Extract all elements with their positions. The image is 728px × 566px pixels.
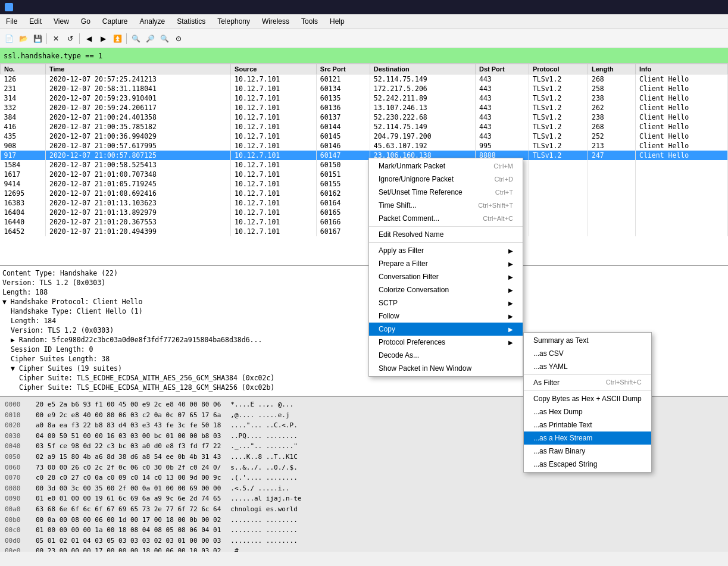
table-row[interactable]: 3842020-12-07 21:00:24.40135810.12.7.101… (1, 112, 728, 122)
table-row[interactable]: 126952020-12-07 21:01:08.69241610.12.7.1… (1, 189, 728, 198)
hex-ascii: ....K..8 ..T..K1C (230, 452, 298, 462)
packet-list[interactable]: No. Time Source Src Port Destination Dst… (0, 64, 728, 266)
menu-item-capture[interactable]: Capture (96, 15, 134, 27)
detail-line[interactable]: Length: 188 (2, 287, 726, 297)
context-menu-item-apply-as-filter[interactable]: Apply as Filter ▶ (369, 244, 523, 257)
toolbar-save[interactable]: 💾 (31, 32, 44, 45)
hex-offset: 00a0 (5, 504, 26, 515)
context-menu-item-decode-as-[interactable]: Decode As... (369, 349, 523, 362)
submenu-item--as-a-hex-stream[interactable]: ...as a Hex Stream (524, 431, 651, 445)
toolbar-reload[interactable]: ↺ (64, 32, 77, 45)
detail-line[interactable]: Content Type: Handshake (22) (2, 268, 726, 278)
menu-item-file[interactable]: File (0, 15, 23, 27)
hex-offset: 0080 (5, 483, 26, 494)
submenu-item--as-printable-text[interactable]: ...as Printable Text (524, 418, 651, 431)
menu-item-view[interactable]: View (48, 15, 75, 27)
hex-row: 00e000 23 00 00 00 17 00 00 00 18 00 06 … (5, 546, 723, 552)
context-menu-item-sctp[interactable]: SCTP ▶ (369, 296, 523, 309)
hex-bytes: 03 5f ce 98 0d 22 c3 bc 03 a0 d0 e8 f3 f… (36, 441, 221, 452)
menu-item-go[interactable]: Go (75, 15, 96, 27)
submenu-arrow-icon: ▶ (508, 339, 513, 346)
menu-item-help[interactable]: Help (324, 15, 351, 27)
menu-item-edit[interactable]: Edit (23, 15, 48, 27)
toolbar-zoom-in[interactable]: 🔎 (143, 32, 157, 45)
detail-line[interactable]: ▼ Handshake Protocol: Client Hello (2, 297, 726, 307)
submenu-item--as-escaped-string[interactable]: ...as Escaped String (524, 458, 651, 471)
context-menu-item-set-unset-time-reference[interactable]: Set/Unset Time ReferenceCtrl+T (369, 186, 523, 199)
table-row[interactable]: 163832020-12-07 21:01:13.10362310.12.7.1… (1, 198, 728, 208)
menu-item-analyze[interactable]: Analyze (134, 15, 171, 27)
table-row[interactable]: 3142020-12-07 20:59:23.91040110.12.7.101… (1, 93, 728, 103)
context-menu-item-prepare-a-filter[interactable]: Prepare a Filter ▶ (369, 257, 523, 270)
hex-bytes: c0 28 c0 27 c0 0a c0 09 c0 14 c0 13 00 9… (36, 473, 221, 483)
toolbar-open[interactable]: 📂 (17, 32, 30, 45)
toolbar-find[interactable]: 🔍 (129, 32, 142, 45)
hex-offset: 0030 (5, 431, 26, 442)
toolbar-zoom-out[interactable]: 🔍 (158, 32, 171, 45)
submenu-item--as-yaml[interactable]: ...as YAML (524, 360, 651, 373)
hex-row: 00b000 0a 00 08 00 06 00 1d 00 17 00 18 … (5, 515, 723, 526)
toolbar-zoom-reset[interactable]: ⊙ (172, 32, 185, 45)
table-row[interactable]: 164402020-12-07 21:01:20.36755310.12.7.1… (1, 217, 728, 227)
toolbar-new[interactable]: 📄 (2, 32, 15, 45)
context-menu-item-packet-comment-[interactable]: Packet Comment...Ctrl+Alt+C (369, 212, 523, 225)
submenu-item-copy-bytes-as-hex-ascii-dump[interactable]: Copy Bytes as Hex + ASCII Dump (524, 392, 651, 405)
toolbar-goto[interactable]: ⏫ (111, 32, 124, 45)
table-row[interactable]: 16172020-12-07 21:01:00.70734810.12.7.10… (1, 170, 728, 179)
hex-offset: 0020 (5, 420, 26, 431)
context-menu-item-mark-unmark-packet[interactable]: Mark/Unmark PacketCtrl+M (369, 160, 523, 173)
menu-bar: FileEditViewGoCaptureAnalyzeStatisticsTe… (0, 14, 728, 29)
context-menu-item-follow[interactable]: Follow ▶ (369, 309, 523, 323)
submenu-item-as-filter[interactable]: As FilterCtrl+Shift+C (524, 376, 651, 389)
menu-item-telephony[interactable]: Telephony (211, 15, 256, 27)
context-menu-item-colorize-conversation[interactable]: Colorize Conversation ▶ (369, 283, 523, 296)
hex-row: 00a063 68 6e 6f 6c 6f 67 69 65 73 2e 77 … (5, 504, 723, 515)
table-row[interactable]: 94142020-12-07 21:01:05.71924510.12.7.10… (1, 179, 728, 189)
detail-line[interactable]: Handshake Type: Client Hello (1) (2, 307, 726, 316)
title-bar (0, 0, 728, 14)
detail-line[interactable]: Version: TLS 1.2 (0x0303) (2, 278, 726, 287)
hex-offset: 0060 (5, 462, 26, 473)
submenu-item-label: ...as Hex Dump (533, 408, 583, 416)
table-row[interactable]: 9172020-12-07 21:00:57.80712510.12.7.101… (1, 151, 728, 160)
detail-line[interactable]: Length: 184 (2, 316, 726, 326)
submenu-item--as-raw-binary[interactable]: ...as Raw Binary (524, 445, 651, 458)
hex-ascii: ...."... ..C.<.P. (230, 420, 298, 431)
submenu-item-label: ...as Printable Text (533, 421, 592, 429)
hex-bytes: 00 3d 00 3c 00 35 00 2f 00 0a 01 00 00 6… (36, 483, 221, 494)
toolbar-close[interactable]: ✕ (49, 32, 63, 45)
hex-bytes: 05 01 02 01 04 03 05 03 03 03 02 03 01 0… (36, 536, 221, 546)
menu-item-wireless[interactable]: Wireless (256, 15, 295, 27)
col-info: Info (636, 64, 728, 74)
filter-input[interactable] (4, 52, 724, 60)
table-row[interactable]: 3322020-12-07 20:59:24.20611710.12.7.101… (1, 103, 728, 112)
submenu-item-label: Copy Bytes as Hex + ASCII Dump (533, 395, 642, 403)
toolbar-forward[interactable]: ▶ (96, 32, 110, 45)
context-menu-item-show-packet-in-new-window[interactable]: Show Packet in New Window (369, 362, 523, 375)
table-row[interactable]: 164522020-12-07 21:01:20.49439910.12.7.1… (1, 227, 728, 236)
table-row[interactable]: 164042020-12-07 21:01:13.89297910.12.7.1… (1, 208, 728, 217)
menu-item-statistics[interactable]: Statistics (171, 15, 211, 27)
toolbar-back[interactable]: ◀ (82, 32, 95, 45)
table-row[interactable]: 15842020-12-07 21:00:58.52541310.12.7.10… (1, 160, 728, 170)
submenu-item-label: ...as YAML (533, 362, 568, 371)
submenu-item--as-hex-dump[interactable]: ...as Hex Dump (524, 405, 651, 418)
menu-item-tools[interactable]: Tools (295, 15, 324, 27)
table-row[interactable]: 1262020-12-07 20:57:25.24121310.12.7.101… (1, 74, 728, 85)
context-menu-item-ignore-unignore-packet[interactable]: Ignore/Unignore PacketCtrl+D (369, 173, 523, 186)
table-row[interactable]: 2312020-12-07 20:58:31.11804110.12.7.101… (1, 84, 728, 93)
context-menu-item-conversation-filter[interactable]: Conversation Filter ▶ (369, 270, 523, 283)
context-menu-item-edit-resolved-name[interactable]: Edit Resolved Name (369, 228, 523, 241)
context-menu-item-copy[interactable]: Copy ▶ (369, 323, 523, 336)
hex-row: 0070c0 28 c0 27 c0 0a c0 09 c0 14 c0 13 … (5, 473, 723, 483)
submenu-item-summary-as-text[interactable]: Summary as Text (524, 334, 651, 347)
context-menu: Mark/Unmark PacketCtrl+MIgnore/Unignore … (368, 158, 523, 377)
context-menu-item-protocol-preferences[interactable]: Protocol Preferences ▶ (369, 336, 523, 349)
hex-offset: 0040 (5, 441, 26, 452)
table-row[interactable]: 9082020-12-07 21:00:57.61799510.12.7.101… (1, 141, 728, 151)
submenu-arrow-icon: ▶ (508, 326, 513, 333)
table-row[interactable]: 4162020-12-07 21:00:35.78518210.12.7.101… (1, 122, 728, 132)
table-row[interactable]: 4352020-12-07 21:00:36.99402910.12.7.101… (1, 132, 728, 141)
context-menu-item-time-shift-[interactable]: Time Shift...Ctrl+Shift+T (369, 199, 523, 212)
submenu-item--as-csv[interactable]: ...as CSV (524, 347, 651, 360)
